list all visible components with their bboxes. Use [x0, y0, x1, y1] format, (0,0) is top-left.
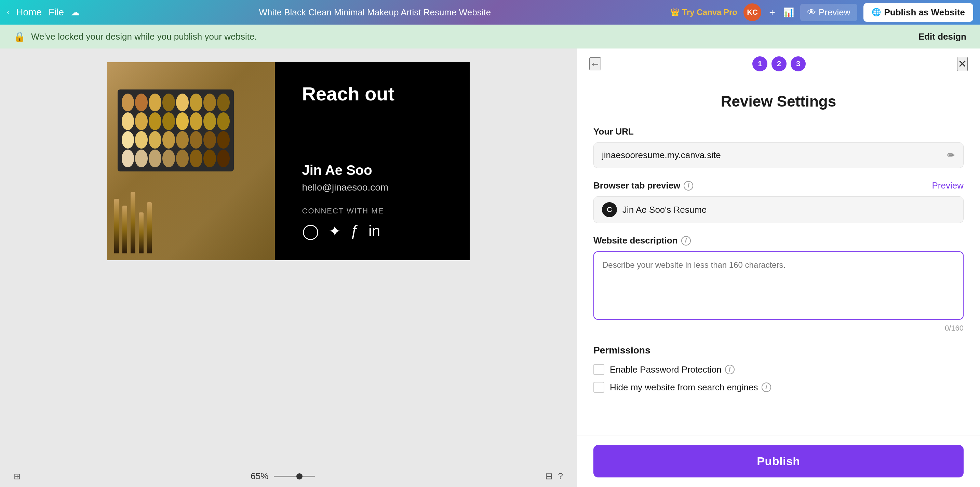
add-button[interactable]: ＋ — [767, 6, 777, 19]
try-pro-label: Try Canva Pro — [682, 8, 737, 17]
help-icon[interactable]: ? — [558, 471, 563, 482]
password-protection-info-icon[interactable]: i — [725, 365, 735, 374]
browser-tab-field: C — [593, 197, 964, 223]
avatar[interactable]: KC — [743, 3, 761, 21]
makeup-palette — [118, 89, 234, 171]
nav-right: 👑 Try Canva Pro KC ＋ 📊 👁 Preview 🌐 Publi… — [670, 3, 973, 22]
website-desc-label: Website description i — [593, 235, 964, 246]
url-value: jinaesooresume.my.canva.site — [602, 150, 943, 160]
char-count: 0/160 — [593, 324, 964, 333]
cloud-save-icon: ☁ — [71, 7, 80, 18]
facebook-icon: ƒ — [351, 222, 359, 240]
lockbar-message: We've locked your design while you publi… — [31, 32, 257, 42]
analytics-icon[interactable]: 📊 — [783, 7, 794, 18]
browser-tab-label: Browser tab preview i — [593, 180, 693, 191]
step-2-indicator: 2 — [772, 56, 786, 71]
lockbar-message-area: 🔒 We've locked your design while you pub… — [14, 31, 257, 42]
page-navigation: ⊞ — [14, 472, 21, 481]
lockbar: 🔒 We've locked your design while you pub… — [0, 25, 980, 49]
topnav: ‹ Home File ☁ White Black Clean Minimal … — [0, 0, 980, 25]
website-desc-info-icon[interactable]: i — [681, 236, 691, 246]
edit-design-button[interactable]: Edit design — [918, 32, 966, 42]
browser-preview-link[interactable]: Preview — [932, 180, 964, 191]
preview-label: Preview — [819, 7, 850, 18]
publish-main-button[interactable]: Publish — [593, 445, 964, 477]
document-title: White Black Clean Minimal Makeup Artist … — [85, 7, 665, 18]
search-engines-label: Hide my website from search engines i — [610, 382, 771, 393]
reach-out-heading: Reach out — [302, 82, 442, 105]
url-field-label: Your URL — [593, 126, 964, 137]
crown-icon: 👑 — [670, 8, 679, 17]
main-area: Reach out Jin Ae Soo hello@jinaesoo.com … — [0, 49, 980, 487]
canvas-text-section: Reach out Jin Ae Soo hello@jinaesoo.com … — [275, 62, 470, 260]
publish-footer: Publish — [577, 435, 980, 487]
file-button[interactable]: File — [49, 7, 64, 18]
page-nav-icon: ⊞ — [14, 472, 21, 481]
step-3-indicator: 3 — [791, 56, 806, 71]
search-engines-row: Hide my website from search engines i — [593, 382, 964, 393]
password-protection-row: Enable Password Protection i — [593, 364, 964, 375]
eye-icon: 👁 — [807, 7, 816, 18]
password-protection-label: Enable Password Protection i — [610, 365, 735, 375]
preview-button[interactable]: 👁 Preview — [800, 4, 857, 21]
step-indicators: 1 2 3 — [752, 56, 806, 71]
social-icons: ◯ ✦ ƒ in — [302, 222, 442, 240]
step-1-indicator: 1 — [752, 56, 767, 71]
edit-url-icon[interactable]: ✏ — [947, 149, 955, 161]
instagram-icon: ◯ — [302, 222, 319, 240]
canvas-content: Reach out Jin Ae Soo hello@jinaesoo.com … — [107, 62, 470, 260]
permissions-label: Permissions — [593, 345, 964, 356]
zoom-slider[interactable] — [274, 476, 315, 477]
brush-area — [114, 192, 268, 254]
home-button[interactable]: Home — [16, 7, 42, 18]
twitter-icon: ✦ — [328, 222, 341, 240]
linkedin-icon: in — [369, 222, 380, 240]
bottom-right-controls: ⊟ ? — [545, 471, 563, 482]
publish-website-label: Publish as Website — [884, 7, 965, 18]
zoom-thumb[interactable] — [296, 473, 302, 479]
url-field: jinaesooresume.my.canva.site ✏ — [593, 143, 964, 168]
person-email: hello@jinaesoo.com — [302, 182, 442, 193]
try-pro-button[interactable]: 👑 Try Canva Pro — [670, 8, 737, 17]
canvas-photo — [107, 62, 275, 260]
canvas-area: Reach out Jin Ae Soo hello@jinaesoo.com … — [0, 49, 577, 487]
password-protection-checkbox[interactable] — [593, 364, 605, 375]
zoom-controls: 65% — [251, 471, 315, 482]
tab-title-input[interactable] — [622, 205, 955, 215]
panel-back-button[interactable]: ← — [589, 57, 601, 70]
search-engines-info-icon[interactable]: i — [762, 382, 771, 392]
panel-header: ← 1 2 3 ✕ — [577, 49, 980, 79]
browser-tab-preview-row: Browser tab preview i Preview — [593, 180, 964, 191]
search-engines-checkbox[interactable] — [593, 382, 605, 393]
browser-tab-info-icon[interactable]: i — [684, 181, 693, 190]
lock-icon: 🔒 — [14, 31, 25, 42]
grid-icon[interactable]: ⊟ — [545, 471, 553, 482]
panel-body: Review Settings Your URL jinaesooresume.… — [577, 79, 980, 435]
zoom-level-label: 65% — [251, 471, 268, 482]
panel-close-button[interactable]: ✕ — [957, 57, 968, 71]
nav-left: ‹ Home File ☁ — [7, 7, 80, 18]
back-chevron-icon[interactable]: ‹ — [7, 8, 9, 17]
favicon: C — [602, 202, 617, 217]
publish-icon: 🌐 — [872, 8, 881, 17]
website-desc-textarea[interactable] — [593, 251, 964, 320]
contact-info: Jin Ae Soo hello@jinaesoo.com CONNECT WI… — [302, 163, 442, 240]
connect-label: CONNECT WITH ME — [302, 206, 442, 216]
right-panel: ← 1 2 3 ✕ Review Settings Your URL jinae… — [577, 49, 980, 487]
panel-title: Review Settings — [593, 93, 964, 110]
canvas-bottom-bar: ⊞ 65% ⊟ ? — [0, 465, 577, 487]
person-name: Jin Ae Soo — [302, 163, 442, 178]
publish-website-button[interactable]: 🌐 Publish as Website — [864, 3, 973, 22]
